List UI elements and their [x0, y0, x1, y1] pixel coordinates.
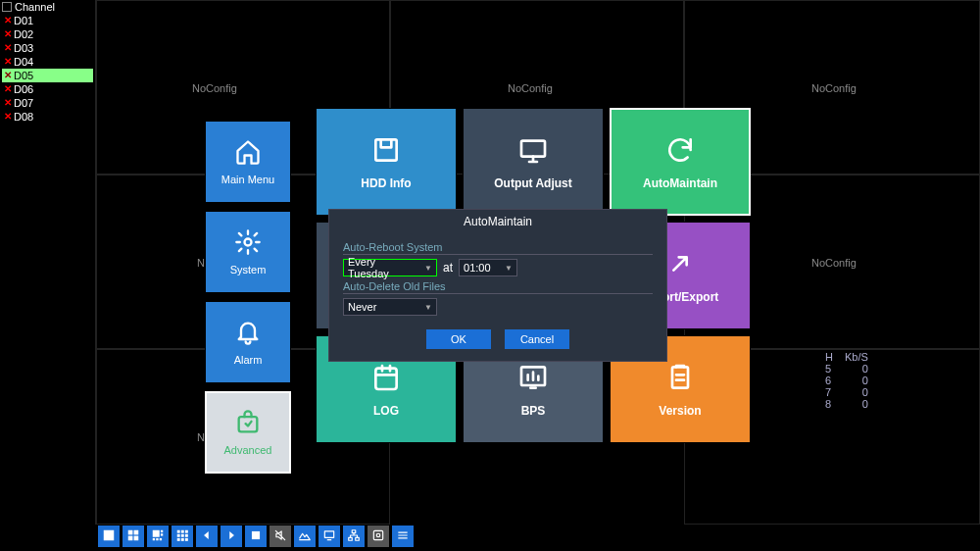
layout-9-icon: [175, 528, 189, 545]
channel-item[interactable]: ✕D08: [2, 110, 93, 124]
channel-item[interactable]: ✕D03: [2, 41, 93, 55]
cancel-button[interactable]: Cancel: [505, 329, 569, 349]
reboot-day-select[interactable]: Every Tuesday ▼: [343, 259, 437, 276]
noconfig-label: NoConfig: [508, 82, 553, 94]
channel-item[interactable]: ✕D07: [2, 96, 93, 110]
toolbar-fullscreen-icon[interactable]: [245, 526, 267, 547]
channel-label: D01: [14, 14, 33, 27]
snapshot-icon: [298, 528, 312, 545]
channel-label: D08: [14, 110, 33, 124]
main-tile-automaintain[interactable]: AutoMaintain: [610, 108, 751, 216]
delete-files-select[interactable]: Never ▼: [343, 298, 437, 316]
side-tile-main-menu[interactable]: Main Menu: [205, 121, 291, 203]
channel-item[interactable]: ✕D05: [2, 69, 93, 82]
layout-4-icon: [126, 528, 140, 545]
channel-item[interactable]: ✕D04: [2, 55, 93, 69]
toolbar-layout-8-icon[interactable]: [147, 526, 169, 547]
channel-header-icon: [2, 2, 12, 12]
x-icon: ✕: [4, 96, 12, 110]
gear-icon: [234, 228, 262, 258]
svg-rect-3: [521, 140, 545, 156]
stats-kbs: 0: [845, 363, 880, 375]
stats-h: 8: [825, 398, 845, 410]
main-tile-label: LOG: [373, 404, 399, 418]
refresh-icon: [664, 134, 696, 169]
svg-rect-33: [373, 530, 382, 539]
svg-point-34: [376, 533, 380, 537]
svg-rect-21: [185, 529, 188, 532]
toolbar-mute-icon[interactable]: [270, 526, 291, 547]
layout-1-icon: [102, 528, 116, 545]
svg-rect-18: [160, 537, 162, 539]
channel-label: D06: [14, 82, 33, 96]
channel-label: D02: [14, 27, 33, 41]
side-tile-alarm[interactable]: Alarm: [205, 301, 291, 383]
x-icon: ✕: [4, 55, 12, 69]
main-tile-label: HDD Info: [361, 176, 411, 190]
stats-h: 6: [825, 375, 845, 386]
chart-icon: [517, 362, 549, 396]
auto-reboot-label: Auto-Reboot System: [343, 241, 653, 255]
toolbar-prev-icon[interactable]: [196, 526, 218, 547]
main-tile-label: AutoMaintain: [643, 176, 717, 190]
side-tile-advanced[interactable]: Advanced: [205, 391, 291, 474]
main-tile-output-adjust[interactable]: Output Adjust: [463, 108, 604, 216]
layout-8-icon: [151, 528, 165, 545]
menu-icon: [396, 528, 410, 545]
chevron-down-icon: ▼: [505, 264, 513, 273]
network-icon: [347, 528, 361, 545]
toolbar-layout-4-icon[interactable]: [122, 526, 144, 547]
svg-rect-27: [185, 537, 188, 540]
main-tile-hdd-info[interactable]: HDD Info: [316, 108, 457, 216]
channel-item[interactable]: ✕D06: [2, 82, 93, 96]
main-tile-label: Version: [659, 404, 701, 418]
svg-rect-25: [177, 537, 180, 540]
reboot-day-value: Every Tuesday: [348, 256, 416, 279]
side-tile-system[interactable]: System: [205, 211, 291, 293]
next-icon: [224, 528, 238, 545]
svg-rect-29: [324, 530, 333, 536]
toolbar-snapshot-icon[interactable]: [294, 526, 316, 547]
reboot-time-value: 01:00: [464, 262, 491, 274]
main-tile-label: BPS: [521, 404, 546, 418]
mute-icon: [273, 528, 287, 545]
ok-button[interactable]: OK: [426, 329, 491, 349]
x-icon: ✕: [4, 27, 12, 41]
toolbar-display-icon[interactable]: [318, 526, 340, 547]
channel-item[interactable]: ✕D02: [2, 27, 93, 41]
clipboard-icon: [664, 362, 696, 396]
prev-icon: [200, 528, 214, 545]
noconfig-label: NoConfig: [811, 257, 857, 269]
stats-kbs: 0: [845, 398, 880, 410]
toolbar-next-icon[interactable]: [220, 526, 242, 547]
x-icon: ✕: [4, 14, 12, 27]
svg-rect-28: [252, 530, 260, 538]
svg-point-0: [245, 239, 252, 246]
noconfig-label: NoConfig: [811, 82, 857, 94]
side-tile-label: Advanced: [224, 444, 272, 456]
bell-icon: [234, 319, 262, 348]
toolbar-menu-icon[interactable]: [392, 526, 414, 547]
toolbar-layout-9-icon[interactable]: [172, 526, 193, 547]
svg-rect-24: [185, 533, 188, 536]
channel-item[interactable]: ✕D01: [2, 14, 93, 27]
svg-rect-19: [177, 529, 180, 532]
auto-delete-label: Auto-Delete Old Files: [343, 280, 653, 294]
main-tile-label: Output Adjust: [494, 176, 572, 190]
reboot-time-select[interactable]: 01:00 ▼: [459, 259, 517, 276]
stats-header-h: H: [825, 351, 845, 363]
noconfig-label: NoConfig: [192, 82, 237, 94]
channel-header: Channel: [0, 0, 95, 14]
svg-rect-13: [153, 529, 160, 536]
stats-h: 5: [825, 363, 845, 375]
x-icon: ✕: [4, 82, 12, 96]
bitrate-stats: H Kb/S 50607080: [825, 351, 880, 410]
toolbar-disk-icon[interactable]: [368, 526, 389, 547]
channel-label: D04: [14, 55, 33, 69]
bottom-toolbar: [98, 525, 414, 548]
toolbar-layout-1-icon[interactable]: [98, 526, 120, 547]
toolbar-network-icon[interactable]: [343, 526, 365, 547]
svg-rect-16: [153, 537, 155, 539]
channel-label: D07: [14, 96, 33, 110]
chevron-down-icon: ▼: [424, 303, 432, 312]
